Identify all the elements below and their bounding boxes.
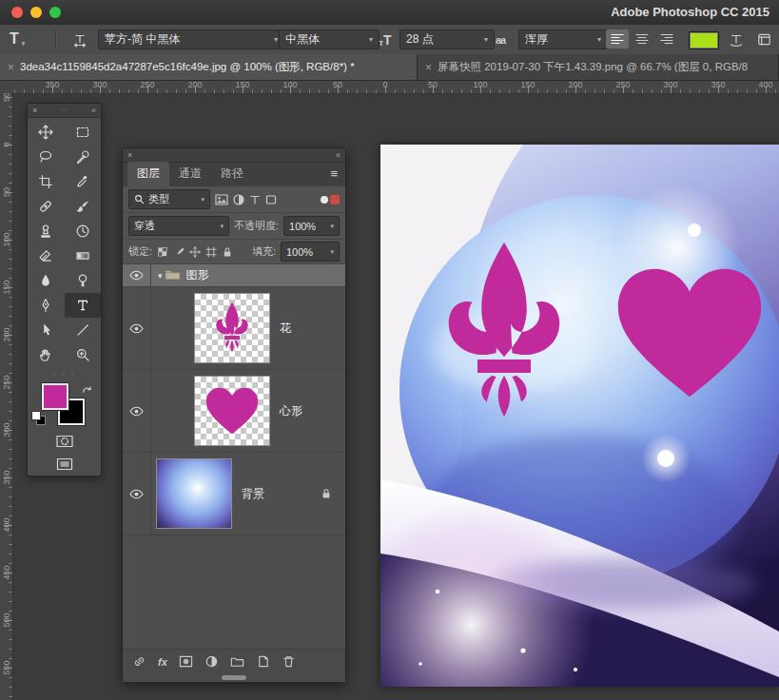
tool-zoom[interactable] [65, 342, 102, 367]
lock-position-icon[interactable] [189, 246, 201, 258]
filter-adjustment-layers-icon[interactable] [233, 194, 244, 205]
align-left-button[interactable] [606, 29, 629, 49]
layer-name[interactable]: 花 [280, 321, 291, 337]
layer-name[interactable]: 心形 [280, 403, 302, 419]
canvas-area[interactable] [380, 145, 779, 687]
font-size-select[interactable]: 28 点 ▾ [399, 29, 495, 49]
tab-layers[interactable]: 图层 [127, 162, 169, 186]
canvas-heart-shape[interactable] [613, 262, 766, 404]
layer-style-button[interactable]: fx [158, 656, 167, 668]
filter-kind-select[interactable]: 类型 ▾ [128, 189, 210, 209]
opacity-select[interactable]: 100% ▾ [283, 216, 340, 236]
tool-rectangular-marquee[interactable] [65, 120, 102, 145]
tool-quick-selection[interactable] [65, 145, 102, 169]
lock-pixels-icon[interactable] [173, 246, 185, 258]
document-tab-1[interactable]: × 3dea34c1159845d2a47287e5c16fc49e.jpg @… [0, 54, 418, 80]
filter-shape-layers-icon[interactable] [265, 194, 277, 205]
layer-lock-icon [321, 488, 332, 499]
layers-panel-header[interactable]: × « [123, 148, 345, 163]
tool-lasso[interactable] [28, 145, 65, 169]
tool-move[interactable] [28, 120, 65, 145]
filter-pixel-layers-icon[interactable] [215, 194, 228, 205]
text-color-swatch[interactable] [689, 31, 719, 49]
visibility-eye-icon[interactable] [123, 287, 151, 369]
tool-hand[interactable] [28, 342, 65, 367]
text-orientation-icon[interactable] [68, 29, 91, 49]
disclosure-triangle-icon[interactable]: ▾ [158, 271, 163, 281]
tool-clone-stamp[interactable] [28, 219, 65, 243]
layer-row-heart[interactable]: 心形 [123, 370, 345, 453]
font-family-select[interactable]: 苹方-简 中黑体 ▾ [98, 29, 284, 49]
collapse-icon[interactable]: « [336, 148, 341, 162]
link-layers-icon[interactable] [132, 654, 146, 669]
tool-path-selection[interactable] [28, 318, 65, 342]
tool-dodge[interactable] [65, 268, 102, 293]
layer-name[interactable]: 图形 [186, 267, 209, 283]
tool-crop[interactable] [28, 169, 65, 194]
tab-channels[interactable]: 通道 [169, 162, 211, 186]
layer-row-background[interactable]: 背景 [123, 453, 345, 535]
new-group-icon[interactable] [230, 654, 244, 669]
layer-thumbnail[interactable] [194, 293, 270, 363]
tool-blur[interactable] [28, 268, 65, 293]
app-title: Adobe Photoshop CC 2015 [611, 0, 769, 25]
zoom-window-button[interactable] [49, 7, 61, 18]
blend-mode-select[interactable]: 穿透 ▾ [128, 216, 229, 236]
tool-history-brush[interactable] [65, 219, 102, 243]
quick-mask-button[interactable] [28, 430, 101, 453]
fill-select[interactable]: 100% ▾ [281, 242, 340, 262]
anti-alias-select[interactable]: 浑厚 ▾ [518, 29, 608, 49]
lock-all-icon[interactable] [222, 246, 233, 258]
add-layer-mask-icon[interactable] [179, 654, 193, 669]
group-folder-icon [165, 267, 181, 284]
layer-row-flower[interactable]: 花 [123, 287, 345, 370]
adjustment-layer-icon[interactable] [204, 654, 219, 669]
foreground-color-swatch[interactable] [42, 383, 68, 410]
tool-preset-badge[interactable]: T ▾ [10, 28, 25, 50]
tool-eraser[interactable] [28, 243, 65, 268]
collapse-icon[interactable]: « [91, 104, 96, 117]
layer-thumbnail[interactable] [156, 458, 232, 529]
document-tab-2[interactable]: × 屏幕快照 2019-07-30 下午1.43.39.png @ 66.7% … [418, 54, 779, 80]
tools-palette-header[interactable]: × ⋯ « [28, 104, 101, 118]
tool-horizontal-type[interactable] [65, 293, 102, 318]
filter-type-layers-icon[interactable] [249, 194, 261, 205]
canvas-flower-shape[interactable] [436, 240, 573, 426]
layer-row-group[interactable]: ▾ 图形 [123, 264, 345, 287]
font-style-select[interactable]: 中黑体 ▾ [279, 29, 380, 49]
visibility-eye-icon[interactable] [123, 370, 151, 452]
lock-artboard-icon[interactable] [205, 246, 217, 258]
tool-brush[interactable] [65, 194, 102, 219]
align-right-button[interactable] [655, 29, 678, 49]
visibility-eye-icon[interactable] [123, 264, 151, 286]
panel-toggle-icon[interactable] [753, 29, 774, 49]
layer-thumbnail[interactable] [194, 376, 270, 446]
align-center-button[interactable] [631, 29, 653, 49]
layer-name[interactable]: 背景 [242, 486, 264, 502]
tool-line-shape[interactable] [65, 318, 102, 342]
chevron-down-icon: ▾ [478, 35, 488, 44]
screen-mode-button[interactable] [28, 453, 101, 476]
font-size-value: 28 点 [406, 31, 434, 48]
close-window-button[interactable] [11, 7, 23, 18]
panel-menu-icon[interactable]: ≡ [330, 166, 338, 181]
tool-gradient[interactable] [65, 243, 102, 268]
tool-eyedropper[interactable] [65, 169, 102, 194]
minimize-window-button[interactable] [30, 7, 42, 18]
lock-transparency-icon[interactable] [157, 246, 168, 258]
close-icon[interactable]: × [127, 148, 132, 162]
tool-pen[interactable] [28, 293, 65, 318]
visibility-eye-icon[interactable] [123, 453, 151, 535]
close-tab-icon[interactable]: × [8, 61, 14, 74]
tab-paths[interactable]: 路径 [211, 162, 253, 186]
close-tab-icon[interactable]: × [425, 61, 432, 74]
delete-layer-icon[interactable] [282, 654, 296, 669]
photoshop-window: Adobe Photoshop CC 2015 T ▾ 苹方-简 中黑体 ▾ 中… [0, 0, 779, 700]
swap-colors-icon[interactable] [82, 382, 92, 399]
tool-spot-healing-brush[interactable] [28, 194, 65, 219]
blend-mode-row: 穿透 ▾ 不透明度: 100% ▾ [123, 213, 345, 240]
panel-resize-grip[interactable] [123, 673, 345, 682]
warp-text-icon[interactable] [725, 29, 748, 49]
new-layer-icon[interactable] [256, 654, 270, 669]
filter-toggle-switch[interactable] [321, 195, 340, 204]
